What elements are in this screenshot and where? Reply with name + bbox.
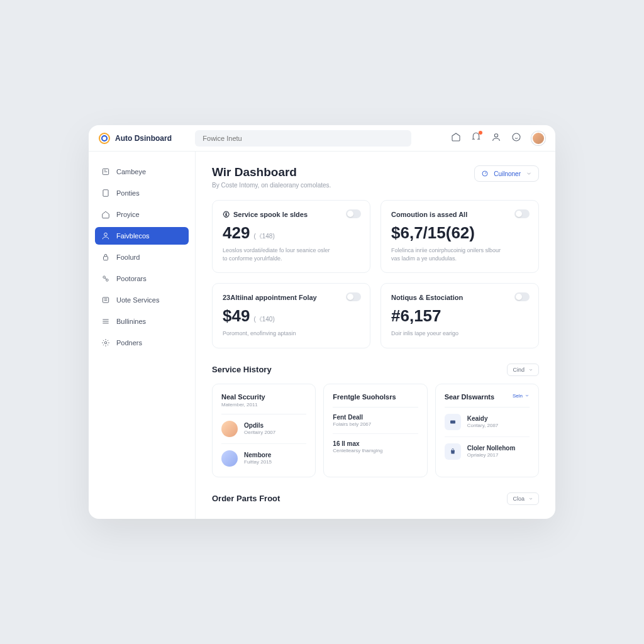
avatar[interactable]	[531, 131, 545, 145]
card-value: $6,7/15(62)	[391, 223, 475, 243]
sidebar-item-label: Pootorars	[116, 275, 147, 282]
bell-icon[interactable]	[471, 132, 481, 145]
filter-label: Cuilnoner	[494, 170, 521, 177]
sidebar-item-5[interactable]: Pootorars	[95, 270, 189, 287]
svg-point-1	[513, 133, 520, 141]
panel-action[interactable]: Seln	[513, 393, 530, 399]
page-title: Wir Dashboard	[212, 165, 331, 179]
card-desc: Doir inlis Iape yoeur earigo	[391, 330, 501, 338]
card-commission: Comoution is assed All $6,7/15(62) Folel…	[380, 200, 539, 273]
user-icon[interactable]	[491, 132, 501, 145]
row-title: Keaidy	[467, 415, 499, 422]
row-title: Cloler NoIlehom	[467, 445, 516, 452]
row-title: 16 II max	[333, 440, 382, 447]
sidebar-item-4[interactable]: Foolurd	[95, 248, 189, 266]
body: Cambeye Ponties Proyice Faivblecos Foolu…	[89, 152, 555, 519]
chip-label: Cind	[513, 367, 525, 373]
smile-icon[interactable]	[511, 132, 521, 145]
row-sub: Oeritairy 2007	[244, 430, 275, 435]
card-icon	[445, 414, 461, 430]
row-sub: Fuittay 2015	[244, 459, 272, 465]
card-toggle[interactable]	[346, 209, 361, 218]
main: Wir Dashboard By Coste Intomy, on dialeo…	[196, 152, 555, 519]
svg-rect-5	[104, 257, 108, 260]
sidebar-item-label: Bullinines	[116, 318, 146, 325]
gauge-icon	[481, 170, 489, 177]
order-parts-title: Order Parts Froot	[212, 494, 280, 503]
order-parts-chip[interactable]: Cloa	[507, 492, 539, 505]
list-item[interactable]: Cloler NoIlehomOprialey 2017	[445, 437, 530, 466]
svg-point-9	[104, 341, 107, 344]
row-title: Fent Deall	[333, 414, 371, 421]
svg-point-4	[104, 233, 108, 236]
sidebar-item-3[interactable]: Faivblecos	[95, 227, 189, 245]
svg-rect-8	[103, 297, 108, 303]
sidebar-item-label: Uote Services	[116, 296, 159, 304]
stat-cards: 🛈Service spook le sldes 429(《148) Leoslo…	[212, 200, 539, 348]
panel-title: Frentgle Suoholsrs	[333, 393, 396, 401]
card-toggle[interactable]	[346, 292, 361, 301]
history-filter-chip[interactable]: Cind	[507, 364, 539, 376]
brand: Auto Dsinboard	[99, 133, 172, 144]
filter-button[interactable]: Cuilnoner	[474, 165, 539, 182]
chevron-down-icon	[528, 496, 533, 501]
sidebar-item-label: Foolurd	[116, 253, 140, 261]
sidebar-item-label: Cambeye	[116, 168, 146, 175]
svg-rect-11	[450, 420, 455, 423]
chevron-down-icon	[525, 393, 530, 398]
card-sub: (《148)	[253, 232, 274, 241]
notification-dot-icon	[479, 131, 482, 135]
bag-icon	[445, 443, 461, 460]
card-value: #6,157	[391, 306, 441, 326]
page-head: Wir Dashboard By Coste Intomy, on dialeo…	[212, 165, 539, 189]
list-item[interactable]: OpdilsOeritairy 2007	[221, 414, 306, 444]
panel-title: Neal Sccurity	[221, 393, 265, 401]
card-value: 429	[223, 223, 250, 243]
row-sub: Oprialey 2017	[467, 452, 516, 458]
card-eyebrow: Service spook le sldes	[233, 211, 308, 218]
sidebar-item-2[interactable]: Proyice	[95, 206, 189, 223]
card-eyebrow: Notiqus & Estociation	[391, 294, 463, 301]
panel-title: Sear DIswarnts	[445, 393, 494, 401]
card-desc: Poromont, enofinving aptasin	[223, 330, 332, 338]
row-sub: Cenlellearsy thamging	[333, 448, 382, 453]
topbar-actions	[451, 131, 545, 145]
sidebar-item-1[interactable]: Ponties	[95, 184, 189, 202]
list-item[interactable]: Fent DeallFolairs bely 2067	[333, 408, 418, 434]
panel-sponsors: Frentgle Suoholsrs Fent DeallFolairs bel…	[323, 384, 427, 477]
avatar-icon	[221, 450, 238, 467]
panel-security: Neal SccurityMatember, 2011 OpdilsOerita…	[212, 384, 316, 477]
chip-label: Cloa	[513, 496, 525, 502]
sidebar-item-6[interactable]: Uote Services	[95, 291, 189, 309]
sidebar-item-8[interactable]: Podners	[95, 334, 189, 352]
sidebar-item-7[interactable]: Bullinines	[95, 313, 189, 330]
row-sub: Contary, 2087	[467, 423, 499, 428]
card-desc: Leoslos vordati/ediate fo lour seanice o…	[223, 247, 332, 262]
card-eyebrow: 23Altiinal appointment Folay	[223, 294, 317, 301]
card-toggle[interactable]	[514, 292, 530, 301]
list-item[interactable]: KeaidyContary, 2087	[445, 408, 530, 437]
card-estimate: Notiqus & Estociation #6,157 Doir inlis …	[380, 283, 539, 348]
app-window: Auto Dsinboard Cambeye Ponties	[89, 125, 555, 519]
brand-logo-icon	[99, 133, 110, 144]
chevron-down-icon	[526, 170, 532, 177]
history-title: Service History	[212, 365, 272, 374]
info-icon: 🛈	[223, 211, 230, 218]
inbox-icon[interactable]	[451, 132, 461, 145]
sidebar-item-label: Faivblecos	[116, 232, 150, 240]
search-input[interactable]	[195, 130, 411, 147]
brand-title: Auto Dsinboard	[115, 134, 172, 143]
sidebar-item-label: Podners	[116, 339, 142, 347]
history-head: Service History Cind	[212, 364, 539, 376]
search-wrap	[195, 130, 411, 147]
row-sub: Folairs bely 2067	[333, 421, 371, 427]
panel-sub: Matember, 2011	[221, 402, 265, 408]
card-toggle[interactable]	[514, 209, 530, 218]
page-subtitle: By Coste Intomy, on dialeorany comolates…	[212, 182, 331, 189]
sidebar-item-label: Ponties	[116, 189, 140, 197]
list-item[interactable]: 16 II maxCenlellearsy thamging	[333, 434, 418, 460]
card-sub: (《140)	[253, 315, 274, 324]
sidebar-item-0[interactable]: Cambeye	[95, 163, 189, 180]
svg-point-0	[494, 133, 497, 136]
list-item[interactable]: NemboreFuittay 2015	[221, 444, 306, 473]
